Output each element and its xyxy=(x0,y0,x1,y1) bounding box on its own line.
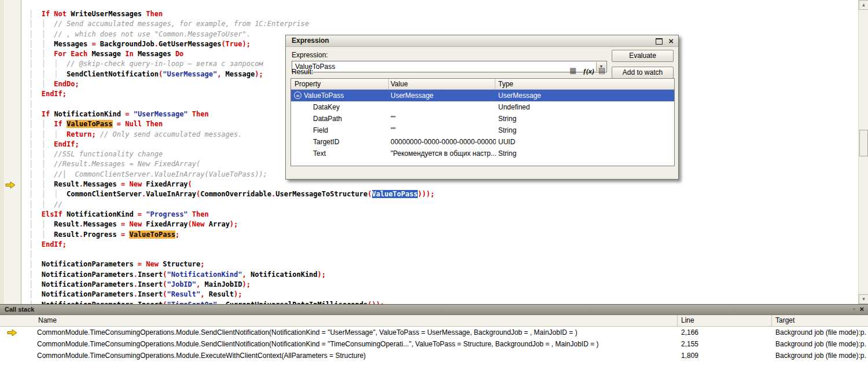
result-table-row[interactable]: Text"Рекомендуется в общих настр...Strin… xyxy=(291,148,674,159)
code-token: │ xyxy=(29,290,42,298)
code-token: , xyxy=(200,290,208,298)
code-token: ; xyxy=(175,231,179,239)
code-token: ); xyxy=(234,290,242,298)
code-line[interactable]: │ │ Result.Messages = New FixedArray( xyxy=(29,180,858,189)
result-table-row[interactable]: DataKeyUndefined xyxy=(291,101,674,113)
code-token: Structure xyxy=(163,260,200,268)
column-header-name: Name xyxy=(38,316,57,324)
call-stack-titlebar[interactable]: Call stack ○ × xyxy=(0,305,868,315)
call-stack-row[interactable]: CommonModule.TimeConsumingOperations.Mod… xyxy=(0,338,868,350)
code-token: │ │ xyxy=(29,170,54,178)
current-frame-arrow xyxy=(7,329,17,337)
evaluate-button[interactable]: Evaluate xyxy=(612,50,674,62)
code-token: NotificationParameters xyxy=(42,260,134,268)
value-expander-icon[interactable]: = xyxy=(294,92,301,99)
call-stack-row[interactable]: CommonModule.TimeConsumingOperations.Mod… xyxy=(0,327,868,338)
code-token: For Each xyxy=(54,50,91,58)
code-token: ( xyxy=(188,220,192,228)
column-header-target: Target xyxy=(775,316,795,324)
result-table-row[interactable]: TargetID00000000-0000-0000-0000-00000...… xyxy=(291,136,674,148)
code-token: "UserMessage" xyxy=(163,70,217,78)
code-line[interactable]: │ NotificationParameters.Insert("Notific… xyxy=(29,270,858,280)
code-token: New xyxy=(146,260,163,268)
show-value-icon[interactable]: ▤ xyxy=(598,66,605,75)
expression-dialog-titlebar[interactable]: Expression × xyxy=(286,35,678,47)
type-cell: UserMessage xyxy=(498,92,541,100)
result-label: Result: xyxy=(292,68,313,76)
code-token: ))); xyxy=(418,190,435,198)
close-icon[interactable]: × xyxy=(668,36,674,46)
code-line[interactable]: │ │ // Send accumulated messages, for ex… xyxy=(29,19,858,29)
column-separator xyxy=(388,79,389,89)
result-table[interactable]: Property Value Type =ValueToPassUserMess… xyxy=(290,78,675,166)
scroll-up-icon[interactable]: ▲ xyxy=(859,0,868,10)
code-token: . xyxy=(155,40,159,48)
code-token: "JobID" xyxy=(167,280,196,288)
code-token: . xyxy=(79,180,83,188)
code-token: Result xyxy=(54,220,79,228)
code-token: Message xyxy=(91,50,121,58)
code-token: ); xyxy=(318,270,326,279)
code-token: │ │ xyxy=(29,150,54,158)
code-token: │ │ xyxy=(29,160,54,168)
result-table-row[interactable]: DataPath""String xyxy=(291,113,674,125)
code-line[interactable]: │ NotificationParameters.Insert("JobID",… xyxy=(29,280,858,290)
code-token: │ xyxy=(29,110,42,118)
code-line[interactable]: │ ElsIf NotificationKind = "Progress" Th… xyxy=(29,210,858,220)
scroll-down-icon[interactable]: ▼ xyxy=(859,294,868,304)
code-line[interactable]: │ EndIf; xyxy=(29,240,858,250)
code-token: Messages xyxy=(83,180,117,188)
code-token: FixedArray xyxy=(146,180,187,188)
property-cell: DataKey xyxy=(313,103,340,111)
code-line[interactable]: │ │ // xyxy=(29,200,858,210)
code-token: ; xyxy=(62,240,67,248)
code-line[interactable]: │ NotificationParameters = New Structure… xyxy=(29,259,858,269)
code-token: Messages xyxy=(54,40,87,48)
pin-icon[interactable]: ○ xyxy=(852,306,855,312)
gutter-strip xyxy=(0,0,4,304)
column-header-line: Line xyxy=(681,316,694,324)
code-line[interactable]: │ │ Result.Messages = New FixedArray(New… xyxy=(29,220,858,229)
code-token: GetUserMessages xyxy=(159,40,221,48)
close-icon[interactable]: × xyxy=(859,305,864,314)
code-token: EndDo xyxy=(54,80,75,88)
property-cell: DataPath xyxy=(313,115,342,123)
code-token: │ xyxy=(29,10,42,18)
code-token: NotificationParameters xyxy=(42,290,134,298)
formula-fx-icon[interactable]: ƒ(x) xyxy=(583,68,594,75)
code-line[interactable]: │ If Not WriteUserMessages Then xyxy=(29,9,858,19)
maximize-icon[interactable] xyxy=(656,38,663,45)
property-cell: Text xyxy=(313,149,326,158)
code-token: │ xyxy=(29,260,42,268)
code-token: │ xyxy=(29,280,42,288)
code-token: ; xyxy=(91,130,100,138)
code-line[interactable]: │ NotificationParameters.Insert("TimeSen… xyxy=(29,300,858,304)
code-line[interactable]: │ │ │ CommonClientServer.ValueInArray(Co… xyxy=(29,189,858,199)
expression-dialog: Expression × Expression: ValueToPass ▼ E… xyxy=(285,35,679,180)
result-table-row[interactable]: Field""String xyxy=(291,125,674,136)
column-separator xyxy=(771,315,772,326)
result-table-body: =ValueToPassUserMessageUserMessageDataKe… xyxy=(291,90,674,159)
code-token: // Send accumulated messages, for exampl… xyxy=(54,20,309,28)
code-token: ( xyxy=(188,180,192,188)
code-token: If xyxy=(42,110,54,118)
editor-vscrollbar[interactable]: ▲ ▼ xyxy=(858,0,868,304)
code-token: │ │ xyxy=(29,220,54,228)
value-cell: "Рекомендуется в общих настр... xyxy=(391,149,496,158)
code-token: = xyxy=(117,180,130,188)
code-line[interactable]: │ NotificationParameters.Insert("Result"… xyxy=(29,290,858,299)
result-table-row[interactable]: =ValueToPassUserMessageUserMessage xyxy=(291,90,674,101)
code-token: NotificationKind xyxy=(54,110,121,118)
scroll-thumb[interactable] xyxy=(859,130,868,156)
code-line[interactable]: │ xyxy=(29,250,858,259)
add-to-watch-button[interactable]: Add to watch xyxy=(612,67,674,79)
dialog-title: Expression xyxy=(292,36,329,45)
code-token: BackgroundJob xyxy=(100,40,155,48)
expression-combobox[interactable]: ValueToPass ▼ xyxy=(292,61,607,72)
code-token: CommonOverridable xyxy=(200,190,271,198)
code-token: //SSL functionality change xyxy=(54,150,163,158)
copy-result-icon[interactable]: ▦ xyxy=(569,66,576,75)
code-line[interactable]: │ │ Result.Progress = ValueToPass; xyxy=(29,230,858,240)
expression-label: Expression: xyxy=(292,51,328,59)
call-stack-row[interactable]: CommonModule.TimeConsumingOperations.Mod… xyxy=(0,350,868,361)
